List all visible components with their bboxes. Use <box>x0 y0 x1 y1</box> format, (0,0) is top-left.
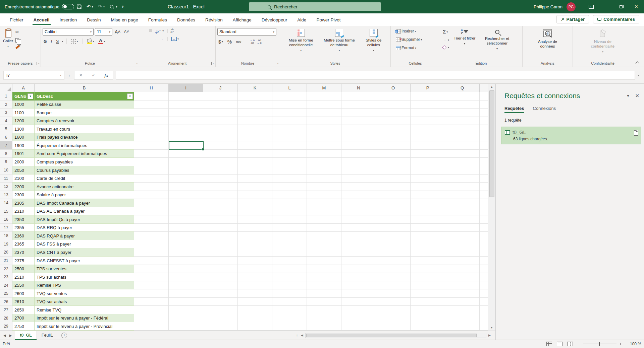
cell-M[interactable] <box>307 306 341 314</box>
row-header-9[interactable]: 9 <box>0 158 12 166</box>
cell-J[interactable] <box>203 117 238 125</box>
insert-function-button[interactable]: fx <box>100 73 113 78</box>
cell-H[interactable] <box>134 117 169 125</box>
cell-M[interactable] <box>307 207 341 215</box>
cell-L[interactable] <box>272 117 307 125</box>
cell-glno[interactable]: 2355 <box>12 224 35 232</box>
cell-P[interactable] <box>411 150 445 158</box>
cell-Q[interactable] <box>445 240 480 248</box>
row-header-16[interactable]: 16 <box>0 215 12 224</box>
cell-glno[interactable]: 1600 <box>12 133 35 141</box>
scroll-left-arrow[interactable]: ◀ <box>301 334 303 337</box>
cell-J[interactable] <box>203 199 238 207</box>
cell-L[interactable] <box>272 133 307 141</box>
cell-I[interactable] <box>169 314 203 322</box>
cell-P[interactable] <box>411 224 445 232</box>
row-header-18[interactable]: 18 <box>0 232 12 240</box>
zoom-in-button[interactable]: + <box>619 341 622 347</box>
cell-partial[interactable] <box>480 109 488 117</box>
cell-L[interactable] <box>272 314 307 322</box>
cell-partial[interactable] <box>480 125 488 133</box>
fill-color-button[interactable]: ▾ <box>86 38 95 45</box>
confirm-entry-button[interactable]: ✓ <box>87 73 100 78</box>
cell-K[interactable] <box>238 289 272 298</box>
cancel-entry-button[interactable]: ✕ <box>74 73 87 78</box>
cell-K[interactable] <box>238 125 272 133</box>
cell-L[interactable] <box>272 141 307 150</box>
number-format-combo[interactable]: Standard▾ <box>217 28 276 36</box>
cell-H[interactable] <box>134 215 169 224</box>
wrap-text-button[interactable]: abc↩ <box>170 28 174 33</box>
table-header-gldesc[interactable]: GLDesc▼ <box>35 92 134 100</box>
cell-glno[interactable]: 2375 <box>12 257 35 265</box>
cell-Q[interactable] <box>445 207 480 215</box>
customize-toolbar-button[interactable]: ▾ <box>122 5 124 9</box>
redo-button[interactable]: ↷▾ <box>98 4 105 10</box>
cell-gldesc[interactable]: DAS Impôt Qc à payer <box>35 215 134 224</box>
decrease-decimal-button[interactable]: ←.0.00 <box>250 39 255 45</box>
row-header-8[interactable]: 8 <box>0 150 12 158</box>
align-top-button[interactable] <box>141 30 144 32</box>
cell-N[interactable] <box>341 199 376 207</box>
cell-M[interactable] <box>307 141 341 150</box>
panel-dropdown-icon[interactable]: ▾ <box>627 93 629 98</box>
cell-gldesc[interactable]: Courus payables <box>35 166 134 175</box>
scroll-down-arrow[interactable]: ▼ <box>488 325 495 331</box>
cell-I[interactable] <box>169 183 203 191</box>
cell-H[interactable] <box>134 306 169 314</box>
cell-Q[interactable] <box>445 150 480 158</box>
cell-I[interactable] <box>169 100 203 109</box>
ribbon-display-options-button[interactable] <box>584 0 598 13</box>
cell-J[interactable] <box>203 158 238 166</box>
cell-K[interactable] <box>238 207 272 215</box>
cell-gldesc[interactable]: Petite caisse <box>35 100 134 109</box>
cell-K[interactable] <box>238 298 272 306</box>
cell-Q[interactable] <box>445 314 480 322</box>
cell-K[interactable] <box>238 92 272 100</box>
horizontal-scroll-thumb[interactable] <box>306 334 477 337</box>
cell-K[interactable] <box>238 265 272 273</box>
cell-Q[interactable] <box>445 199 480 207</box>
cell-L[interactable] <box>272 109 307 117</box>
cell-Q[interactable] <box>445 141 480 150</box>
cell-glno[interactable]: 2100 <box>12 175 35 183</box>
cell-gldesc[interactable]: Travaux en cours <box>35 125 134 133</box>
restore-button[interactable] <box>613 0 629 13</box>
alignment-dialog-launcher[interactable]: ↘ <box>211 62 214 65</box>
cell-N[interactable] <box>341 158 376 166</box>
tab-formules[interactable]: Formules <box>144 15 171 24</box>
cell-P[interactable] <box>411 281 445 289</box>
cell-N[interactable] <box>341 306 376 314</box>
cell-N[interactable] <box>341 166 376 175</box>
tab-aide[interactable]: Aide <box>293 15 311 24</box>
cell-P[interactable] <box>411 92 445 100</box>
cell-N[interactable] <box>341 183 376 191</box>
cell-P[interactable] <box>411 100 445 109</box>
cell-partial[interactable] <box>480 314 488 322</box>
cell-P[interactable] <box>411 183 445 191</box>
row-header-12[interactable]: 12 <box>0 183 12 191</box>
zoom-level[interactable]: 100 % <box>627 342 641 346</box>
cell-Q[interactable] <box>445 273 480 281</box>
cell-O[interactable] <box>376 281 411 289</box>
cell-glno[interactable]: 2370 <box>12 248 35 257</box>
cell-partial[interactable] <box>480 133 488 141</box>
cell-I[interactable] <box>169 240 203 248</box>
column-header-A[interactable]: A <box>12 84 35 92</box>
cell-J[interactable] <box>203 257 238 265</box>
cell-M[interactable] <box>307 183 341 191</box>
cell-Q[interactable] <box>445 298 480 306</box>
cell-J[interactable] <box>203 298 238 306</box>
cell-J[interactable] <box>203 224 238 232</box>
format-painter-button[interactable] <box>14 46 22 49</box>
scroll-right-arrow[interactable]: ▶ <box>488 334 491 337</box>
cell-I[interactable] <box>169 232 203 240</box>
cell-M[interactable] <box>307 191 341 199</box>
cell-H[interactable] <box>134 281 169 289</box>
cell-L[interactable] <box>272 150 307 158</box>
row-header-20[interactable]: 20 <box>0 248 12 257</box>
cell-N[interactable] <box>341 314 376 322</box>
cell-O[interactable] <box>376 314 411 322</box>
cell-J[interactable] <box>203 232 238 240</box>
next-sheet-button[interactable]: ▶ <box>9 334 12 337</box>
